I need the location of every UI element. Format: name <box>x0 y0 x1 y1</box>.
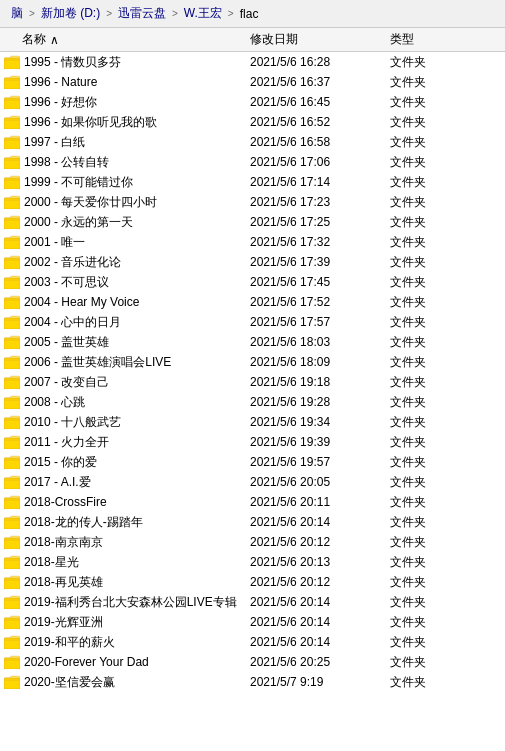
file-name-cell: 1996 - 好想你 <box>0 94 250 111</box>
folder-icon <box>4 655 20 669</box>
breadcrumb-flac[interactable]: flac <box>237 6 262 22</box>
svg-rect-2 <box>4 60 20 69</box>
breadcrumb-sep-1: > <box>29 8 35 19</box>
file-date-cell: 2021/5/6 19:39 <box>250 435 390 449</box>
table-row[interactable]: 1995 - 情数贝多芬2021/5/6 16:28文件夹 <box>0 52 505 72</box>
table-row[interactable]: 2006 - 盖世英雄演唱会LIVE2021/5/6 18:09文件夹 <box>0 352 505 372</box>
table-row[interactable]: 1996 - Nature2021/5/6 16:37文件夹 <box>0 72 505 92</box>
file-name-text: 2002 - 音乐进化论 <box>24 254 121 271</box>
svg-rect-35 <box>4 280 20 289</box>
table-row[interactable]: 2018-CrossFire2021/5/6 20:11文件夹 <box>0 492 505 512</box>
table-row[interactable]: 2018-南京南京2021/5/6 20:12文件夹 <box>0 532 505 552</box>
file-type-cell: 文件夹 <box>390 94 505 111</box>
address-bar: 脑 > 新加卷 (D:) > 迅雷云盘 > W.王宏 > flac <box>0 0 505 28</box>
table-row[interactable]: 1996 - 好想你2021/5/6 16:45文件夹 <box>0 92 505 112</box>
table-row[interactable]: 1998 - 公转自转2021/5/6 17:06文件夹 <box>0 152 505 172</box>
file-name-cell: 2019-和平的薪火 <box>0 634 250 651</box>
file-name-text: 2018-CrossFire <box>24 495 107 509</box>
file-type-cell: 文件夹 <box>390 534 505 551</box>
breadcrumb-xunlei[interactable]: 迅雷云盘 <box>115 4 169 23</box>
table-row[interactable]: 2017 - A.I.爱2021/5/6 20:05文件夹 <box>0 472 505 492</box>
file-type-cell: 文件夹 <box>390 394 505 411</box>
table-row[interactable]: 1997 - 白纸2021/5/6 16:58文件夹 <box>0 132 505 152</box>
col-name-text[interactable]: 名称 <box>22 31 46 48</box>
folder-icon <box>4 195 20 209</box>
file-name-cell: 2006 - 盖世英雄演唱会LIVE <box>0 354 250 371</box>
file-date-cell: 2021/5/6 18:09 <box>250 355 390 369</box>
table-row[interactable]: 2007 - 改变自己2021/5/6 19:18文件夹 <box>0 372 505 392</box>
svg-rect-44 <box>4 340 20 349</box>
table-row[interactable]: 2004 - 心中的日月2021/5/6 17:57文件夹 <box>0 312 505 332</box>
file-date-cell: 2021/5/7 9:19 <box>250 675 390 689</box>
table-row[interactable]: 2011 - 火力全开2021/5/6 19:39文件夹 <box>0 432 505 452</box>
file-date-cell: 2021/5/6 20:14 <box>250 595 390 609</box>
table-row[interactable]: 2001 - 唯一2021/5/6 17:32文件夹 <box>0 232 505 252</box>
breadcrumb-wanghong[interactable]: W.王宏 <box>181 4 225 23</box>
table-row[interactable]: 2018-星光2021/5/6 20:13文件夹 <box>0 552 505 572</box>
file-type-cell: 文件夹 <box>390 514 505 531</box>
file-type-cell: 文件夹 <box>390 294 505 311</box>
file-name-cell: 2004 - 心中的日月 <box>0 314 250 331</box>
table-row[interactable]: 2002 - 音乐进化论2021/5/6 17:39文件夹 <box>0 252 505 272</box>
table-row[interactable]: 1996 - 如果你听见我的歌2021/5/6 16:52文件夹 <box>0 112 505 132</box>
col-header-name[interactable]: 名称 ∧ <box>0 31 250 48</box>
file-name-text: 2018-龙的传人-踢踏年 <box>24 514 143 531</box>
table-row[interactable]: 2015 - 你的爱2021/5/6 19:57文件夹 <box>0 452 505 472</box>
file-date-cell: 2021/5/6 20:12 <box>250 575 390 589</box>
table-row[interactable]: 2008 - 心跳2021/5/6 19:28文件夹 <box>0 392 505 412</box>
file-date-cell: 2021/5/6 17:23 <box>250 195 390 209</box>
table-row[interactable]: 2010 - 十八般武艺2021/5/6 19:34文件夹 <box>0 412 505 432</box>
svg-rect-68 <box>4 500 20 509</box>
file-name-text: 2006 - 盖世英雄演唱会LIVE <box>24 354 171 371</box>
folder-icon <box>4 215 20 229</box>
file-name-cell: 2018-南京南京 <box>0 534 250 551</box>
file-type-cell: 文件夹 <box>390 594 505 611</box>
file-date-cell: 2021/5/6 19:57 <box>250 455 390 469</box>
table-row[interactable]: 2019-和平的薪火2021/5/6 20:14文件夹 <box>0 632 505 652</box>
file-name-text: 1999 - 不可能错过你 <box>24 174 133 191</box>
file-name-cell: 2008 - 心跳 <box>0 394 250 411</box>
file-type-cell: 文件夹 <box>390 574 505 591</box>
file-name-text: 2004 - 心中的日月 <box>24 314 121 331</box>
file-date-cell: 2021/5/6 20:12 <box>250 535 390 549</box>
table-row[interactable]: 2000 - 永远的第一天2021/5/6 17:25文件夹 <box>0 212 505 232</box>
file-name-cell: 2010 - 十八般武艺 <box>0 414 250 431</box>
table-row[interactable]: 2004 - Hear My Voice2021/5/6 17:52文件夹 <box>0 292 505 312</box>
table-row[interactable]: 2000 - 每天爱你廿四小时2021/5/6 17:23文件夹 <box>0 192 505 212</box>
folder-icon <box>4 515 20 529</box>
file-name-text: 2008 - 心跳 <box>24 394 85 411</box>
table-row[interactable]: 2018-龙的传人-踢踏年2021/5/6 20:14文件夹 <box>0 512 505 532</box>
file-name-text: 1996 - Nature <box>24 75 97 89</box>
column-header: 名称 ∧ 修改日期 类型 <box>0 28 505 52</box>
col-header-date[interactable]: 修改日期 <box>250 31 390 48</box>
table-row[interactable]: 2019-光辉亚洲2021/5/6 20:14文件夹 <box>0 612 505 632</box>
svg-rect-59 <box>4 440 20 449</box>
file-date-cell: 2021/5/6 19:18 <box>250 375 390 389</box>
file-name-cell: 1998 - 公转自转 <box>0 154 250 171</box>
folder-icon <box>4 95 20 109</box>
file-name-text: 2000 - 每天爱你廿四小时 <box>24 194 157 211</box>
table-row[interactable]: 2020-Forever Your Dad2021/5/6 20:25文件夹 <box>0 652 505 672</box>
breadcrumb-sep-2: > <box>106 8 112 19</box>
table-row[interactable]: 2020-坚信爱会赢2021/5/7 9:19文件夹 <box>0 672 505 692</box>
table-row[interactable]: 2018-再见英雄2021/5/6 20:12文件夹 <box>0 572 505 592</box>
col-header-type[interactable]: 类型 <box>390 31 505 48</box>
file-name-cell: 2020-坚信爱会赢 <box>0 674 250 691</box>
breadcrumb-root[interactable]: 脑 <box>8 4 26 23</box>
table-row[interactable]: 2003 - 不可思议2021/5/6 17:45文件夹 <box>0 272 505 292</box>
folder-icon <box>4 75 20 89</box>
file-type-cell: 文件夹 <box>390 74 505 91</box>
svg-rect-32 <box>4 260 20 269</box>
file-type-cell: 文件夹 <box>390 234 505 251</box>
file-type-cell: 文件夹 <box>390 414 505 431</box>
breadcrumb-sep-3: > <box>172 8 178 19</box>
table-row[interactable]: 2019-福利秀台北大安森林公园LIVE专辑2021/5/6 20:14文件夹 <box>0 592 505 612</box>
table-row[interactable]: 1999 - 不可能错过你2021/5/6 17:14文件夹 <box>0 172 505 192</box>
file-name-cell: 1996 - 如果你听见我的歌 <box>0 114 250 131</box>
svg-rect-53 <box>4 400 20 409</box>
file-type-cell: 文件夹 <box>390 614 505 631</box>
breadcrumb-d[interactable]: 新加卷 (D:) <box>38 4 103 23</box>
table-row[interactable]: 2005 - 盖世英雄2021/5/6 18:03文件夹 <box>0 332 505 352</box>
file-name-cell: 2011 - 火力全开 <box>0 434 250 451</box>
file-name-text: 2011 - 火力全开 <box>24 434 109 451</box>
